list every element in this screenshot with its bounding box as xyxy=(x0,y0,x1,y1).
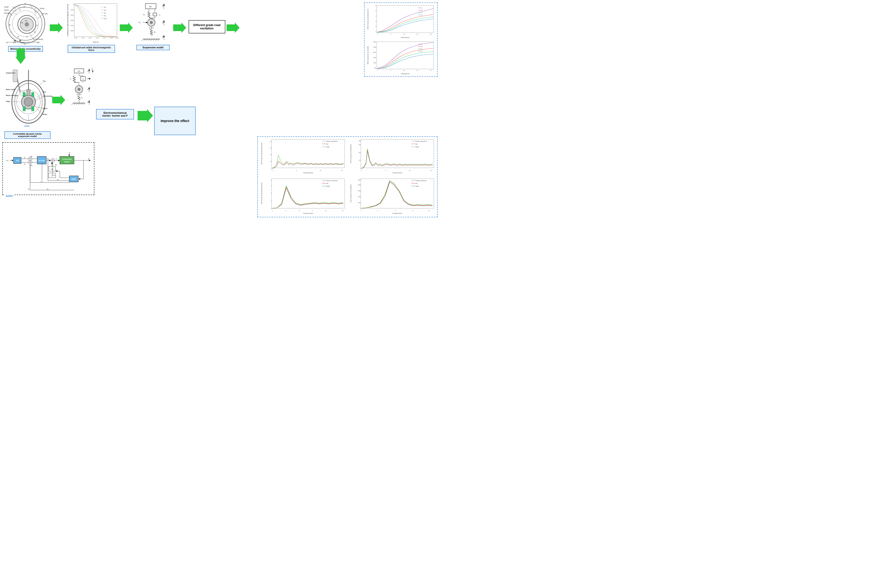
svg-text:4: 4 xyxy=(271,179,272,181)
svg-text:Passive suspension: Passive suspension xyxy=(326,180,338,181)
svg-text:Passive suspension: Passive suspension xyxy=(415,141,427,142)
svg-text:Rotor: Rotor xyxy=(40,8,45,9)
svg-text:A: A xyxy=(421,8,423,9)
svg-text:6: 6 xyxy=(396,210,396,212)
svg-text:2000: 2000 xyxy=(373,57,376,58)
svg-point-89 xyxy=(150,21,152,24)
svg-text:S1: S1 xyxy=(37,42,39,44)
svg-rect-366 xyxy=(361,179,434,208)
svg-text:v₂: v₂ xyxy=(24,163,26,165)
svg-marker-111 xyxy=(173,22,186,33)
svg-text:2%: 2% xyxy=(104,7,106,8)
svg-text:3: 3 xyxy=(285,210,286,212)
svg-text:b: b xyxy=(83,78,84,80)
svg-line-6 xyxy=(38,15,42,18)
svg-text:16: 16 xyxy=(342,210,343,212)
svg-text:-4000: -4000 xyxy=(70,25,74,26)
svg-text:250: 250 xyxy=(359,152,361,153)
svg-rect-167 xyxy=(23,92,26,97)
main-container: Air gap Shaft Stator Winding Rotor Eccen… xyxy=(0,0,440,294)
svg-text:0.04: 0.04 xyxy=(103,37,106,39)
svg-text:4000: 4000 xyxy=(358,190,361,192)
svg-text:ESO: ESO xyxy=(71,178,76,180)
svg-text:0: 0 xyxy=(73,4,74,6)
svg-text:Gain of body acceleration/((G/: Gain of body acceleration/((G/m)²/Hz) xyxy=(261,183,262,204)
cdi-label: Controllable dynamic inertia suspension … xyxy=(4,131,51,139)
svg-text:4%: 4% xyxy=(104,9,106,11)
svg-text:z₃: z₃ xyxy=(55,164,57,166)
svg-text:w: w xyxy=(91,68,93,70)
svg-text:0.03: 0.03 xyxy=(96,37,99,39)
wheel-assembly-section: Suspension Tire Hub Hub bearing Motor sh… xyxy=(2,69,52,139)
svg-rect-168 xyxy=(32,92,34,97)
svg-text:15: 15 xyxy=(417,70,418,71)
svg-text:6%: 6% xyxy=(104,12,106,14)
svg-text:20: 20 xyxy=(430,70,432,71)
svg-rect-84 xyxy=(153,13,157,16)
svg-text:Unbalanced radial electromagne: Unbalanced radial electromagnetic force … xyxy=(67,4,69,36)
svg-text:5: 5 xyxy=(390,70,391,71)
svg-text:Passive suspension: Passive suspension xyxy=(415,180,427,181)
svg-rect-170 xyxy=(32,106,34,111)
svg-text:z₁: z₁ xyxy=(28,188,29,190)
svg-text:⊙: ⊙ xyxy=(19,9,21,11)
svg-text:RMS of dynamic tire load/(N): RMS of dynamic tire load/(N) xyxy=(367,46,369,64)
svg-text:D: D xyxy=(421,15,423,16)
svg-line-104 xyxy=(143,39,145,41)
svg-text:PID: PID xyxy=(415,183,417,184)
svg-text:e₂: e₂ xyxy=(31,164,32,166)
svg-text:a: a xyxy=(35,8,36,9)
svg-text:PID: PID xyxy=(326,183,328,184)
svg-rect-135 xyxy=(377,42,433,69)
svg-text:z₂: z₂ xyxy=(57,178,59,181)
svg-text:k: k xyxy=(143,14,145,16)
svg-marker-213 xyxy=(88,87,90,89)
svg-text:PID: PID xyxy=(326,143,328,145)
svg-text:VD1: VD1 xyxy=(13,42,17,44)
svg-marker-75 xyxy=(120,22,133,33)
svg-text:0: 0 xyxy=(360,168,361,170)
svg-marker-48 xyxy=(50,22,63,33)
svg-text:0: 0 xyxy=(360,208,361,209)
svg-text:mₛ: mₛ xyxy=(149,5,152,8)
svg-text:1000: 1000 xyxy=(373,62,376,63)
svg-text:k: k xyxy=(70,78,71,80)
svg-text:100: 100 xyxy=(359,159,361,161)
svg-text:⊗: ⊗ xyxy=(23,6,25,8)
svg-rect-280 xyxy=(60,156,74,164)
svg-rect-49 xyxy=(74,3,117,37)
svg-rect-169 xyxy=(23,106,26,111)
svg-line-185 xyxy=(34,106,42,108)
svg-text:PSD of dynamic tire load/(N²/H: PSD of dynamic tire load/(N²/Hz) xyxy=(350,144,352,163)
svg-text:3: 3 xyxy=(376,21,376,22)
svg-text:Frequency/(Hz): Frequency/(Hz) xyxy=(392,213,402,214)
svg-text:D: D xyxy=(421,51,423,52)
svg-text:⊗: ⊗ xyxy=(9,24,11,26)
suspension-diagram: mₛ zₛ k c mᵤ+mₑ xyxy=(136,2,170,44)
svg-line-105 xyxy=(146,39,148,41)
svg-text:5: 5 xyxy=(376,10,376,12)
rms-charts-section: RMS of body acceleration/(m/s²) Velocity… xyxy=(364,2,438,77)
svg-line-222 xyxy=(81,103,83,105)
svg-line-218 xyxy=(71,103,73,105)
svg-text:0: 0 xyxy=(272,210,272,212)
svg-text:PID: PID xyxy=(415,143,417,145)
svg-text:3000: 3000 xyxy=(373,52,376,53)
svg-text:Frij: Frij xyxy=(25,20,27,22)
svg-text:RMS of body acceleration/(m/s²: RMS of body acceleration/(m/s²) xyxy=(367,9,369,29)
adrc-label: ADRC xyxy=(5,195,14,197)
svg-text:Hub: Hub xyxy=(43,91,46,93)
psd-tire-load-chart: PSD of dynamic tire load/(N²/Hz) Frequen… xyxy=(349,138,436,175)
svg-marker-285 xyxy=(68,154,70,156)
svg-rect-328 xyxy=(361,140,434,168)
svg-line-106 xyxy=(148,39,150,41)
arrow2 xyxy=(120,22,133,34)
svg-text:ADRC: ADRC xyxy=(415,186,419,187)
svg-text:c: c xyxy=(159,14,160,16)
force-label: Unbalanced radial electromagnetic force xyxy=(68,45,115,53)
svg-text:Stator: Stator xyxy=(43,108,48,109)
svg-text:20: 20 xyxy=(430,33,432,35)
svg-text:+: + xyxy=(29,158,30,159)
svg-marker-279 xyxy=(58,159,60,161)
svg-marker-263 xyxy=(49,159,51,161)
